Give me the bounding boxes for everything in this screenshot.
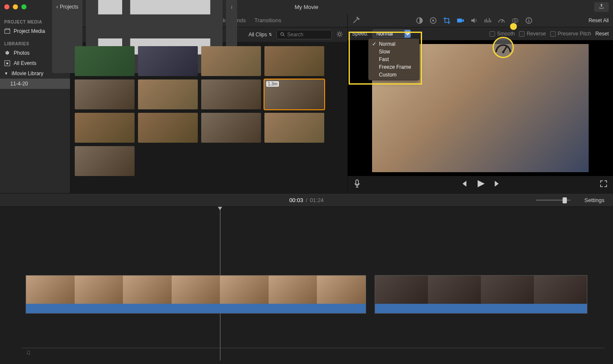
filter-label: All Clips [249,32,267,38]
maximize-window-button[interactable] [21,4,26,9]
volume-icon[interactable] [470,17,478,24]
equalizer-icon[interactable] [484,17,492,24]
clip-thumbnail[interactable]: 1.3m [264,79,324,109]
clip-thumbnail[interactable] [75,79,135,109]
prev-frame-button[interactable] [460,180,467,189]
speed-label: Speed: [352,31,368,37]
close-window-button[interactable] [4,4,9,9]
flower-icon: ✽ [4,50,10,56]
total-time: 01:24 [310,197,324,203]
speed-dropdown[interactable]: Normal [372,29,411,38]
speed-controls-row: Speed: Normal Smooth Reverse Preserve Pi… [348,27,613,40]
chevron-left-icon: ‹ [56,4,58,10]
gear-icon[interactable] [336,31,343,39]
star-box-icon [4,60,10,66]
current-time: 00:03 [289,197,303,203]
speed-option-fast[interactable]: Fast [369,56,419,63]
window-title: My Movie [295,4,319,10]
timeline-settings-button[interactable]: Settings [584,197,604,203]
music-track[interactable]: ♫ [21,348,604,356]
speed-dropdown-menu: Normal Slow Fast Freeze Frame Custom [368,38,419,80]
clip-thumbnail[interactable] [201,113,261,143]
speed-option-custom[interactable]: Custom [369,71,419,79]
svg-rect-3 [130,0,211,14]
svg-line-17 [502,20,503,22]
svg-point-10 [281,32,283,35]
clip-thumbnail[interactable] [75,113,135,143]
chevron-down-icon [405,30,411,38]
svg-rect-16 [457,18,462,22]
crop-icon[interactable] [443,17,451,24]
share-icon [598,4,604,11]
clapperboard-icon [4,28,10,34]
search-input[interactable] [287,32,328,38]
clip-thumbnail[interactable] [201,79,261,109]
color-wheel-icon[interactable] [429,17,437,24]
clip-thumbnail[interactable] [75,46,135,76]
time-separator: / [306,197,308,203]
svg-point-12 [338,33,341,35]
speed-option-normal[interactable]: Normal [369,40,419,48]
svg-point-15 [432,19,434,21]
speed-option-slow[interactable]: Slow [369,48,419,56]
svg-line-11 [283,35,285,36]
clip-filter-dropdown[interactable]: All Clips ⇅ [249,32,272,38]
zoom-slider[interactable] [536,200,570,201]
transport-controls [348,176,613,193]
clip-thumbnail[interactable] [138,79,198,109]
sidebar-label: Project Media [14,28,45,34]
reset-all-button[interactable]: Reset All [589,18,609,23]
checkbox-icon [550,31,556,37]
play-button[interactable] [476,179,485,190]
search-box[interactable] [276,30,332,39]
speedometer-icon[interactable] [498,17,505,24]
projects-label: Projects [60,4,78,10]
sidebar-item-event[interactable]: 11-4-20 [0,79,70,89]
preview-panel: Reset All Speed: Normal Smooth Reverse P… [347,14,613,193]
share-button[interactable] [594,2,609,12]
color-balance-icon[interactable] [416,17,423,24]
speed-option-freeze[interactable]: Freeze Frame [369,63,419,71]
clip-thumbnail[interactable] [138,113,198,143]
microphone-icon[interactable] [354,179,361,190]
camera-icon[interactable] [457,17,464,24]
tab-transitions[interactable]: Transitions [254,15,281,26]
clip-duration-badge: 1.3m [266,81,279,87]
svg-point-22 [528,18,529,19]
search-icon [280,32,285,38]
clip-thumbnail[interactable] [264,46,324,76]
timeline-clip[interactable] [26,275,366,314]
info-icon[interactable] [525,17,533,24]
svg-rect-6 [5,30,10,34]
sidebar-label: All Events [14,60,36,66]
chevron-updown-icon: ⇅ [269,32,272,37]
minimize-window-button[interactable] [13,4,18,9]
speed-selected-value: Normal [376,31,393,37]
fullscreen-icon[interactable] [600,180,607,189]
clip-thumbnail[interactable] [201,46,261,76]
disclosure-triangle-icon[interactable]: ▼ [4,71,8,76]
timeline-clip[interactable] [375,275,587,314]
svg-rect-2 [98,0,122,14]
magic-wand-icon[interactable] [352,17,360,24]
svg-rect-25 [356,180,358,185]
titlebar: ‹ Projects ↓ My Movie [0,0,613,14]
reset-button[interactable]: Reset [595,31,609,37]
annotation-pointer-icon [510,23,517,30]
music-note-icon: ♫ [26,349,31,356]
window-controls [4,4,26,9]
next-frame-button[interactable] [494,180,502,189]
clip-thumbnail[interactable] [264,113,324,143]
checkbox-icon [490,31,495,37]
reverse-checkbox[interactable]: Reverse [519,31,546,37]
checkbox-icon [519,31,525,37]
clip-thumbnail[interactable] [75,146,135,176]
speedometer-highlight-annotation [493,37,514,58]
timeline-header: 00:03 / 01:24 Settings [0,193,613,207]
timeline[interactable]: ♫ [0,207,613,361]
clip-thumbnail[interactable] [138,46,198,76]
preserve-pitch-checkbox[interactable]: Preserve Pitch [550,31,591,37]
sidebar-label: 11-4-20 [10,81,28,87]
zoom-slider-knob[interactable] [563,197,567,203]
smooth-checkbox[interactable]: Smooth [490,31,515,37]
